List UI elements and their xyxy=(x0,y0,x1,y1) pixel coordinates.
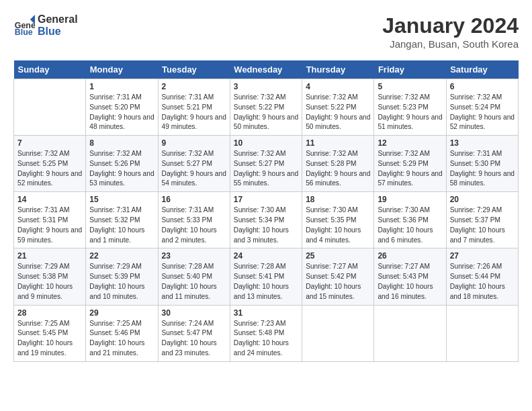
week-row-0: 1Sunrise: 7:31 AMSunset: 5:20 PMDaylight… xyxy=(14,79,519,136)
day-info: Sunrise: 7:32 AMSunset: 5:28 PMDaylight:… xyxy=(306,149,370,189)
calendar-cell: 29Sunrise: 7:25 AMSunset: 5:46 PMDayligh… xyxy=(86,305,158,361)
calendar-cell: 1Sunrise: 7:31 AMSunset: 5:20 PMDaylight… xyxy=(86,79,158,136)
day-info: Sunrise: 7:26 AMSunset: 5:44 PMDaylight:… xyxy=(450,262,515,302)
day-number: 10 xyxy=(234,138,298,148)
calendar-cell xyxy=(302,305,374,361)
week-row-2: 14Sunrise: 7:31 AMSunset: 5:31 PMDayligh… xyxy=(14,192,519,248)
calendar-cell: 24Sunrise: 7:28 AMSunset: 5:41 PMDayligh… xyxy=(230,248,302,305)
day-number: 25 xyxy=(306,251,370,261)
calendar-cell xyxy=(446,305,518,361)
week-row-3: 21Sunrise: 7:29 AMSunset: 5:38 PMDayligh… xyxy=(14,248,519,305)
calendar-cell: 27Sunrise: 7:26 AMSunset: 5:44 PMDayligh… xyxy=(446,248,518,305)
day-header-row: SundayMondayTuesdayWednesdayThursdayFrid… xyxy=(14,60,519,79)
calendar-cell: 2Sunrise: 7:31 AMSunset: 5:21 PMDaylight… xyxy=(158,79,230,136)
day-info: Sunrise: 7:30 AMSunset: 5:35 PMDaylight:… xyxy=(306,205,370,245)
day-number: 28 xyxy=(17,308,82,318)
day-number: 4 xyxy=(306,82,370,91)
day-info: Sunrise: 7:32 AMSunset: 5:29 PMDaylight:… xyxy=(378,149,442,189)
day-number: 1 xyxy=(89,82,154,91)
day-number: 30 xyxy=(162,308,226,318)
day-number: 27 xyxy=(450,251,515,261)
day-info: Sunrise: 7:30 AMSunset: 5:34 PMDaylight:… xyxy=(234,205,298,245)
column-header-monday: Monday xyxy=(86,60,158,79)
column-header-sunday: Sunday xyxy=(14,60,86,79)
calendar-cell xyxy=(374,305,446,361)
column-header-thursday: Thursday xyxy=(302,60,374,79)
day-info: Sunrise: 7:31 AMSunset: 5:31 PMDaylight:… xyxy=(17,205,82,245)
column-header-tuesday: Tuesday xyxy=(158,60,230,79)
day-info: Sunrise: 7:32 AMSunset: 5:27 PMDaylight:… xyxy=(234,149,298,189)
calendar-cell: 26Sunrise: 7:27 AMSunset: 5:43 PMDayligh… xyxy=(374,248,446,305)
week-row-1: 7Sunrise: 7:32 AMSunset: 5:25 PMDaylight… xyxy=(14,136,519,192)
day-number: 11 xyxy=(306,138,370,148)
column-header-friday: Friday xyxy=(374,60,446,79)
day-info: Sunrise: 7:28 AMSunset: 5:41 PMDaylight:… xyxy=(234,262,298,302)
day-info: Sunrise: 7:32 AMSunset: 5:23 PMDaylight:… xyxy=(378,93,442,132)
calendar-cell: 3Sunrise: 7:32 AMSunset: 5:22 PMDaylight… xyxy=(230,79,302,136)
calendar-cell: 22Sunrise: 7:29 AMSunset: 5:39 PMDayligh… xyxy=(86,248,158,305)
column-header-saturday: Saturday xyxy=(446,60,518,79)
svg-text:Blue: Blue xyxy=(15,28,33,36)
day-number: 12 xyxy=(378,138,442,148)
calendar-cell: 8Sunrise: 7:32 AMSunset: 5:26 PMDaylight… xyxy=(86,136,158,192)
day-number: 5 xyxy=(378,82,442,91)
day-info: Sunrise: 7:31 AMSunset: 5:33 PMDaylight:… xyxy=(162,205,226,245)
calendar-cell: 25Sunrise: 7:27 AMSunset: 5:42 PMDayligh… xyxy=(302,248,374,305)
calendar-cell: 18Sunrise: 7:30 AMSunset: 5:35 PMDayligh… xyxy=(302,192,374,248)
logo-icon: General Blue xyxy=(13,15,35,36)
day-info: Sunrise: 7:32 AMSunset: 5:24 PMDaylight:… xyxy=(450,93,515,132)
day-number: 21 xyxy=(17,251,82,261)
location: Jangan, Busan, South Korea xyxy=(382,38,519,50)
day-number: 31 xyxy=(234,308,298,318)
day-number: 7 xyxy=(17,138,82,148)
calendar-table: SundayMondayTuesdayWednesdayThursdayFrid… xyxy=(13,60,519,362)
calendar-cell: 7Sunrise: 7:32 AMSunset: 5:25 PMDaylight… xyxy=(14,136,86,192)
day-number: 2 xyxy=(162,82,226,91)
day-info: Sunrise: 7:31 AMSunset: 5:30 PMDaylight:… xyxy=(450,149,515,189)
day-number: 9 xyxy=(162,138,226,148)
day-info: Sunrise: 7:32 AMSunset: 5:22 PMDaylight:… xyxy=(306,93,370,132)
calendar-cell: 23Sunrise: 7:28 AMSunset: 5:40 PMDayligh… xyxy=(158,248,230,305)
calendar-cell: 12Sunrise: 7:32 AMSunset: 5:29 PMDayligh… xyxy=(374,136,446,192)
day-number: 29 xyxy=(89,308,154,318)
day-number: 19 xyxy=(378,195,442,204)
calendar-body: 1Sunrise: 7:31 AMSunset: 5:20 PMDaylight… xyxy=(14,79,519,362)
day-number: 18 xyxy=(306,195,370,204)
calendar-cell: 11Sunrise: 7:32 AMSunset: 5:28 PMDayligh… xyxy=(302,136,374,192)
column-header-wednesday: Wednesday xyxy=(230,60,302,79)
calendar-cell: 4Sunrise: 7:32 AMSunset: 5:22 PMDaylight… xyxy=(302,79,374,136)
day-number: 14 xyxy=(17,195,82,204)
day-number: 17 xyxy=(234,195,298,204)
day-info: Sunrise: 7:29 AMSunset: 5:39 PMDaylight:… xyxy=(89,262,154,302)
day-info: Sunrise: 7:27 AMSunset: 5:43 PMDaylight:… xyxy=(378,262,442,302)
calendar-cell: 15Sunrise: 7:31 AMSunset: 5:32 PMDayligh… xyxy=(86,192,158,248)
day-info: Sunrise: 7:29 AMSunset: 5:38 PMDaylight:… xyxy=(17,262,82,302)
day-number: 13 xyxy=(450,138,515,148)
calendar-cell: 16Sunrise: 7:31 AMSunset: 5:33 PMDayligh… xyxy=(158,192,230,248)
page-header: General Blue General Blue January 2024 J… xyxy=(13,13,519,50)
day-info: Sunrise: 7:31 AMSunset: 5:20 PMDaylight:… xyxy=(89,93,154,132)
day-info: Sunrise: 7:32 AMSunset: 5:25 PMDaylight:… xyxy=(17,149,82,189)
day-info: Sunrise: 7:32 AMSunset: 5:26 PMDaylight:… xyxy=(89,149,154,189)
calendar-cell: 19Sunrise: 7:30 AMSunset: 5:36 PMDayligh… xyxy=(374,192,446,248)
calendar-cell: 30Sunrise: 7:24 AMSunset: 5:47 PMDayligh… xyxy=(158,305,230,361)
calendar-cell xyxy=(14,79,86,136)
day-info: Sunrise: 7:28 AMSunset: 5:40 PMDaylight:… xyxy=(162,262,226,302)
day-number: 15 xyxy=(89,195,154,204)
calendar-cell: 21Sunrise: 7:29 AMSunset: 5:38 PMDayligh… xyxy=(14,248,86,305)
month-year: January 2024 xyxy=(382,13,519,38)
day-number: 20 xyxy=(450,195,515,204)
day-number: 6 xyxy=(450,82,515,91)
day-info: Sunrise: 7:23 AMSunset: 5:48 PMDaylight:… xyxy=(234,319,298,359)
calendar-cell: 13Sunrise: 7:31 AMSunset: 5:30 PMDayligh… xyxy=(446,136,518,192)
day-info: Sunrise: 7:25 AMSunset: 5:46 PMDaylight:… xyxy=(89,319,154,359)
day-info: Sunrise: 7:32 AMSunset: 5:27 PMDaylight:… xyxy=(162,149,226,189)
calendar-cell: 14Sunrise: 7:31 AMSunset: 5:31 PMDayligh… xyxy=(14,192,86,248)
day-number: 26 xyxy=(378,251,442,261)
calendar-cell: 5Sunrise: 7:32 AMSunset: 5:23 PMDaylight… xyxy=(374,79,446,136)
day-info: Sunrise: 7:32 AMSunset: 5:22 PMDaylight:… xyxy=(234,93,298,132)
calendar-cell: 31Sunrise: 7:23 AMSunset: 5:48 PMDayligh… xyxy=(230,305,302,361)
logo: General Blue General Blue xyxy=(13,13,78,37)
day-info: Sunrise: 7:29 AMSunset: 5:37 PMDaylight:… xyxy=(450,205,515,245)
calendar-cell: 10Sunrise: 7:32 AMSunset: 5:27 PMDayligh… xyxy=(230,136,302,192)
